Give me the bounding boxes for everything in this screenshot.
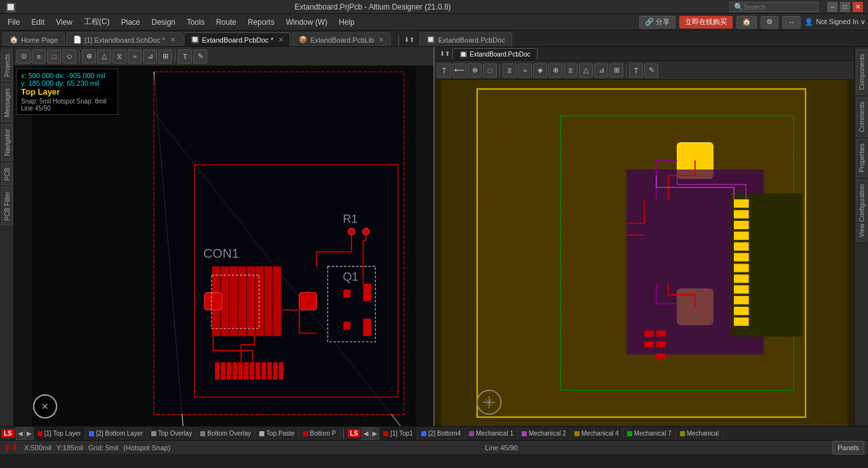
svg-rect-66: [656, 342, 666, 347]
sidebar-components[interactable]: Components: [856, 50, 867, 95]
tab-pcbdoc-right[interactable]: 🔲 ExtandBoard.PcbDoc: [452, 48, 538, 60]
tb-route[interactable]: ◇: [62, 50, 76, 64]
layer-top1[interactable]: [1] Top1: [379, 427, 417, 440]
sidebar-navigator[interactable]: Navigator: [1, 124, 13, 161]
menu-route[interactable]: Route: [211, 15, 241, 29]
menu-window[interactable]: Window (W): [281, 15, 332, 29]
panels-button[interactable]: Panels: [832, 441, 864, 455]
tb2-t2[interactable]: T: [629, 64, 643, 77]
buy-button[interactable]: 立即在线购买: [679, 16, 733, 29]
layer-nav-left-prev[interactable]: ◀: [16, 427, 25, 440]
tb-text-left[interactable]: T: [178, 50, 192, 64]
tb-drc[interactable]: ≈: [128, 50, 142, 64]
layer-bottom4[interactable]: [2] Bottom4: [417, 427, 465, 440]
tab-close-pcblib[interactable]: ✕: [379, 36, 384, 43]
search-input[interactable]: [743, 3, 807, 11]
svg-rect-27: [343, 321, 350, 330]
tb-place-comp[interactable]: △: [97, 50, 111, 64]
tab-home-page[interactable]: 🏠 Home Page: [3, 32, 65, 46]
layer-nav-right-next[interactable]: ▶: [370, 427, 379, 440]
sidebar-comments[interactable]: Comments: [856, 97, 867, 137]
tb2-square[interactable]: □: [483, 64, 497, 77]
lib-icon: 📦: [299, 36, 308, 44]
layer-bottom-p[interactable]: Bottom P: [299, 427, 341, 440]
layer-top-overlay[interactable]: Top Overlay: [147, 427, 196, 440]
svg-rect-25: [363, 284, 371, 301]
layer-mechanical2[interactable]: Mechanical 2: [518, 427, 571, 440]
menu-design[interactable]: Design: [147, 15, 180, 29]
tb-pan[interactable]: ≡: [32, 50, 46, 64]
layer-mechanical[interactable]: Mechanical: [676, 427, 724, 440]
sidebar-properties[interactable]: Properties: [856, 139, 867, 177]
menu-project[interactable]: 工程(C): [79, 15, 115, 29]
tb2-plus[interactable]: ⊕: [468, 64, 482, 77]
tb-place-via[interactable]: ⊕: [82, 50, 96, 64]
tb-grid[interactable]: ⊞: [158, 50, 172, 64]
menu-reports[interactable]: Reports: [243, 15, 280, 29]
svg-rect-26: [363, 319, 371, 336]
svg-rect-35: [255, 362, 260, 379]
layer-mechanical1[interactable]: Mechanical 1: [465, 427, 518, 440]
tb-measure[interactable]: ⧖: [112, 50, 126, 64]
layer-bottom-overlay[interactable]: Bottom Overlay: [196, 427, 255, 440]
user-info[interactable]: 👤 Not Signed In ∨: [804, 18, 865, 26]
tb2-wave[interactable]: ≈: [518, 64, 532, 77]
menu-edit[interactable]: Edit: [26, 15, 50, 29]
tab-schematic[interactable]: 📄 [1] Extandboard.SchDoc * ✕: [66, 32, 182, 46]
maximize-button[interactable]: □: [840, 2, 850, 12]
share-button[interactable]: 🔗 分享: [639, 16, 675, 29]
menu-file[interactable]: File: [3, 15, 25, 29]
sidebar-projects[interactable]: Projects: [1, 50, 13, 81]
layer-top-paste[interactable]: Top Paste: [255, 427, 299, 440]
sidebar-messages[interactable]: Messages: [1, 84, 13, 122]
tb-select[interactable]: ⊙: [17, 50, 31, 64]
minimize-button[interactable]: –: [827, 2, 837, 12]
status-coord-x: X:500mil: [24, 444, 51, 451]
pcb-canvas-left[interactable]: CON1: [14, 66, 433, 426]
layer-mechanical7[interactable]: Mechanical 7: [623, 427, 676, 440]
menu-view[interactable]: View: [51, 15, 78, 29]
menu-tools[interactable]: Tools: [182, 15, 210, 29]
sidebar-view-config[interactable]: View Configuration: [856, 180, 867, 242]
layer-bottom-layer[interactable]: [2] Bottom Layer: [85, 427, 147, 440]
tb2-tri2[interactable]: ⊿: [594, 64, 608, 77]
tb-draw-left[interactable]: ✎: [193, 50, 207, 64]
tab-pcb-right[interactable]: 🔲 ExtandBoard.PcbDoc: [419, 32, 512, 46]
tb2-draw[interactable]: ✎: [644, 64, 658, 77]
tb2-time[interactable]: ⧖: [564, 64, 578, 77]
coord-dy-label: dy:: [55, 79, 67, 87]
tb2-tri[interactable]: △: [579, 64, 593, 77]
tb2-arrow[interactable]: ⟵: [452, 64, 466, 77]
sync-button[interactable]: ↔: [782, 16, 801, 29]
second-tab-bar: ⬇⬆ 🔲 ExtandBoard.PcbDoc: [435, 47, 854, 61]
svg-rect-14: [264, 267, 273, 337]
menu-place[interactable]: Place: [116, 15, 146, 29]
pcb-right-icon: 🔲: [459, 51, 467, 58]
tb2-via[interactable]: ⊕: [548, 64, 562, 77]
menu-help[interactable]: Help: [334, 15, 360, 29]
layer-nav-right-prev[interactable]: ◀: [362, 427, 370, 440]
close-button[interactable]: ✕: [853, 2, 863, 12]
tb2-diamond[interactable]: ◈: [533, 64, 547, 77]
user-icon: 👤: [804, 18, 813, 26]
layer-mechanical4[interactable]: Mechanical 4: [571, 427, 623, 440]
tb-zoom-area[interactable]: □: [47, 50, 61, 64]
sidebar-pcb[interactable]: PCB: [1, 163, 13, 185]
ls-indicator-left: LS: [1, 429, 15, 438]
tab-pcb-left[interactable]: 🔲 ExtandBoard.PcbDoc * ✕: [184, 32, 291, 46]
layer-nav-left-next[interactable]: ▶: [25, 427, 34, 440]
tb2-text[interactable]: T: [437, 64, 451, 77]
tb-polygon[interactable]: ⊿: [143, 50, 157, 64]
tab-close-schematic[interactable]: ✕: [170, 36, 175, 43]
home-nav-button[interactable]: 🏠: [736, 16, 757, 29]
tab-close-pcbleft[interactable]: ✕: [278, 36, 283, 43]
layer-top-layer[interactable]: [1] Top Layer: [34, 427, 86, 440]
tb2-grid[interactable]: ⊞: [609, 64, 623, 77]
title-search[interactable]: 🔍: [729, 2, 818, 12]
tab-pcblib[interactable]: 📦 ExtandBoard.PcbLib ✕: [292, 32, 391, 46]
pcb-canvas-right[interactable]: [435, 80, 854, 426]
settings-button[interactable]: ⚙: [761, 16, 778, 29]
svg-rect-57: [734, 264, 749, 272]
sidebar-pcb-filter[interactable]: PCB Filter: [1, 187, 13, 225]
tb2-measure[interactable]: ⧖: [503, 64, 517, 77]
